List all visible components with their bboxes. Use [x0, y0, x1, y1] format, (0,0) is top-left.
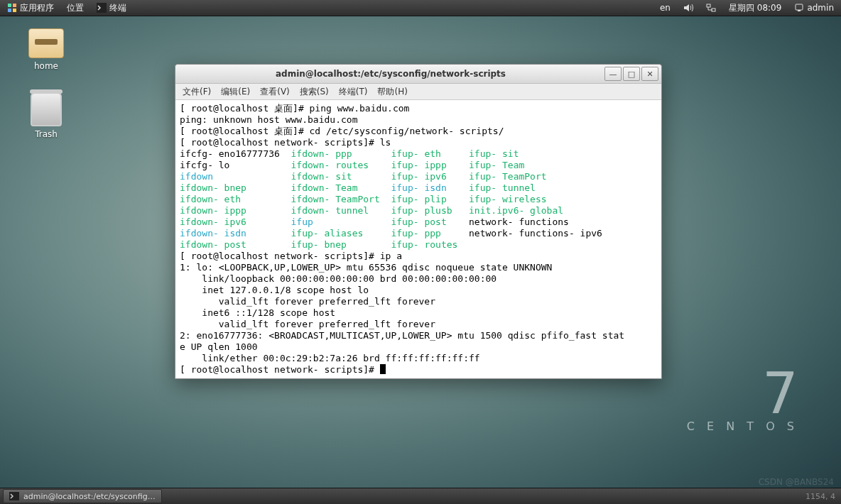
- volume-control[interactable]: [680, 1, 696, 14]
- running-app[interactable]: 终端: [94, 1, 129, 16]
- terminal-icon: [97, 3, 107, 13]
- menu-search[interactable]: 搜索(S): [300, 86, 329, 98]
- svg-rect-1: [13, 4, 16, 7]
- trash-icon[interactable]: Trash: [28, 92, 64, 139]
- svg-rect-2: [8, 9, 11, 12]
- menu-edit[interactable]: 编辑(E): [221, 86, 250, 98]
- svg-rect-3: [13, 9, 16, 12]
- terminal-icon: [9, 492, 19, 500]
- apps-icon: [7, 3, 17, 13]
- svg-rect-7: [796, 4, 803, 10]
- titlebar[interactable]: admin@localhost:/etc/sysconfig/network-s…: [175, 65, 661, 84]
- trashcan-icon: [31, 92, 62, 126]
- svg-rect-0: [8, 4, 11, 7]
- input-language[interactable]: en: [657, 1, 673, 14]
- taskbar-button-terminal[interactable]: admin@localhost:/etc/sysconfig…: [3, 489, 162, 503]
- watermark: CSDN @BANBS24: [759, 477, 834, 487]
- user-icon: [794, 3, 804, 13]
- svg-rect-5: [707, 4, 710, 7]
- menu-file[interactable]: 文件(F): [183, 86, 211, 98]
- user-menu[interactable]: admin: [791, 1, 837, 14]
- window-title: admin@localhost:/etc/sysconfig/network-s…: [178, 69, 603, 79]
- menu-view[interactable]: 查看(V): [260, 86, 290, 98]
- desktop-icons: home Trash: [28, 28, 64, 139]
- bottom-panel: admin@localhost:/etc/sysconfig… 1154, 4: [0, 488, 841, 504]
- menu-help[interactable]: 帮助(H): [377, 86, 407, 98]
- svg-rect-8: [798, 10, 801, 11]
- network-icon: [706, 3, 716, 13]
- maximize-button[interactable]: □: [623, 67, 640, 81]
- folder-icon: [28, 28, 64, 58]
- places-menu[interactable]: 位置: [64, 1, 87, 16]
- top-panel: 应用程序 位置 终端 en 星期四 08:09 admi: [0, 0, 841, 16]
- taskbar-button-label: admin@localhost:/etc/sysconfig…: [23, 492, 156, 501]
- menu-terminal[interactable]: 终端(T): [339, 86, 368, 98]
- places-label: 位置: [67, 2, 84, 14]
- logo-centos: C E N T O S: [687, 420, 798, 433]
- volume-icon: [683, 3, 693, 13]
- logo-seven: 7: [687, 371, 798, 417]
- terminal-window: admin@localhost:/etc/sysconfig/network-s…: [175, 64, 662, 379]
- svg-rect-4: [97, 3, 107, 13]
- centos-logo: 7 C E N T O S: [687, 371, 798, 433]
- applications-label: 应用程序: [20, 2, 54, 14]
- network-indicator[interactable]: [703, 1, 719, 14]
- minimize-button[interactable]: —: [604, 67, 622, 81]
- terminal-body[interactable]: [ root@localhost 桌面]# ping www.baidu.com…: [175, 100, 661, 378]
- home-icon[interactable]: home: [28, 28, 64, 71]
- svg-rect-9: [9, 492, 19, 500]
- menubar: 文件(F) 编辑(E) 查看(V) 搜索(S) 终端(T) 帮助(H): [175, 84, 661, 100]
- desktop: 应用程序 位置 终端 en 星期四 08:09 admi: [0, 0, 841, 504]
- coords-readout: 1154, 4: [805, 492, 835, 501]
- applications-menu[interactable]: 应用程序: [4, 1, 57, 16]
- close-button[interactable]: ✕: [641, 67, 658, 81]
- home-label: home: [34, 61, 58, 71]
- trash-label: Trash: [35, 129, 58, 139]
- running-app-label: 终端: [109, 2, 126, 14]
- clock[interactable]: 星期四 08:09: [726, 1, 784, 16]
